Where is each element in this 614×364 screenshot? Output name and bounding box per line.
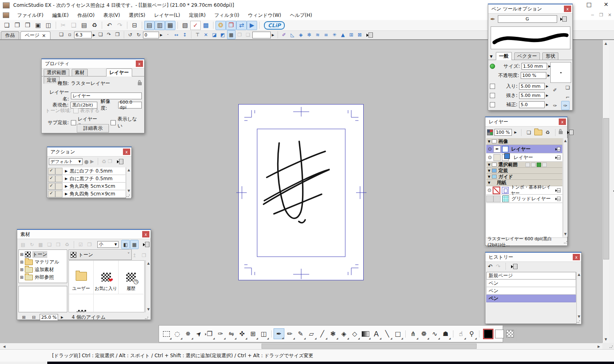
- action-close-button[interactable]: x: [123, 149, 130, 155]
- background-color-swatch[interactable]: [495, 330, 504, 338]
- vertical-scrollbar[interactable]: ▲ ▼: [602, 40, 609, 343]
- tone-area-checkbox[interactable]: [73, 108, 79, 113]
- corner-point-icon[interactable]: ⌐: [564, 93, 572, 102]
- move-tool[interactable]: ✜: [237, 328, 248, 339]
- material-new-folder-icon[interactable]: ❏: [45, 240, 54, 249]
- tree-item-extra[interactable]: ⊞ 追加素材: [19, 266, 67, 274]
- scroll-left-icon[interactable]: ◀: [1, 345, 7, 348]
- properties-close-button[interactable]: x: [136, 60, 143, 67]
- page-manager-button[interactable]: ▦: [165, 21, 175, 30]
- tab-collapse-icon[interactable]: ▼: [490, 54, 493, 58]
- material-item-user[interactable]: ユーザー: [69, 261, 94, 294]
- layer-menu-icon[interactable]: [556, 188, 561, 192]
- page-palette-button[interactable]: ▤: [144, 21, 155, 30]
- stroke-out-input[interactable]: [519, 92, 545, 99]
- history-item[interactable]: 新規ページ: [486, 272, 576, 280]
- action-row[interactable]: ▶角丸四角 5cm×9cm: [48, 190, 125, 198]
- expander-icon[interactable]: ⊞: [20, 260, 23, 264]
- visibility-eye-icon[interactable]: ⊙: [486, 155, 493, 160]
- print-button[interactable]: ⊟: [129, 21, 140, 30]
- lock-icon[interactable]: [138, 82, 142, 85]
- stamp-tool[interactable]: ☗: [440, 328, 451, 339]
- brush-tool[interactable]: ╱: [317, 328, 328, 339]
- action-row[interactable]: ▶白に黒フチ 0.5mm: [48, 175, 125, 183]
- scroll-up-icon[interactable]: ▲: [576, 273, 582, 276]
- dock-flyout-arrow-icon[interactable]: [610, 187, 614, 195]
- resize-grip[interactable]: [564, 240, 567, 244]
- history-item-selected[interactable]: ペン: [486, 295, 576, 302]
- aid-burst-icon[interactable]: ✳: [330, 30, 339, 39]
- record-icon[interactable]: ●: [84, 159, 89, 165]
- material-item-search[interactable]: ⚲ 検索結果: [69, 294, 94, 312]
- layer-opacity-input[interactable]: [494, 129, 512, 136]
- rotate-cw-icon[interactable]: ↻: [135, 30, 143, 39]
- zoom-tool[interactable]: ⚲: [466, 328, 477, 339]
- tab-vector[interactable]: ベクター: [514, 52, 540, 60]
- aid-flower-icon[interactable]: ✻: [305, 30, 314, 39]
- horizontal-scroll-thumb[interactable]: [262, 344, 477, 349]
- collapse-icon[interactable]: ▼: [488, 169, 490, 173]
- page-export-button[interactable]: ❐: [226, 21, 236, 30]
- expand-icon[interactable]: ▶: [65, 184, 68, 188]
- copy-button[interactable]: ❑: [68, 21, 79, 30]
- zoom-spinner[interactable]: ▶: [92, 32, 97, 38]
- action-panel-menu-icon[interactable]: [117, 159, 124, 164]
- section-guide[interactable]: ▼ ガイド: [486, 174, 562, 180]
- new-story-button[interactable]: ❐: [12, 21, 22, 30]
- opacity-input[interactable]: [521, 72, 546, 79]
- play-icon[interactable]: ▶: [90, 159, 94, 164]
- zoom-out-icon[interactable]: ⊟: [30, 313, 38, 322]
- layer-row-tombo[interactable]: ⊙ トンボ・基本枠レイヤー: [486, 186, 562, 195]
- editing-cell[interactable]: [493, 195, 501, 202]
- aid-mountain-icon[interactable]: ▲: [339, 30, 347, 39]
- selection-mini-icon[interactable]: [531, 163, 535, 167]
- folder-up-icon[interactable]: ↥: [130, 251, 139, 260]
- pen-options-close-button[interactable]: x: [564, 6, 571, 12]
- zoom-input[interactable]: [74, 32, 92, 38]
- visibility-eye-icon[interactable]: ⊙: [486, 187, 493, 193]
- eraser-tool[interactable]: ▱: [306, 328, 317, 339]
- page-stroke-icon[interactable]: ❏: [564, 83, 572, 92]
- new-page-button[interactable]: ❏: [2, 21, 12, 30]
- hand-tool[interactable]: ☝: [455, 328, 466, 339]
- expander-icon[interactable]: ⊞: [20, 267, 23, 272]
- lasso-select-tool[interactable]: ◌: [172, 328, 183, 339]
- subruler-layerize-checkbox[interactable]: [71, 120, 76, 125]
- material-delete-icon[interactable]: ♻: [63, 240, 71, 249]
- paste-button[interactable]: ▤: [79, 21, 89, 30]
- line-tool[interactable]: ╲: [382, 328, 393, 339]
- view-thumbnail-icon[interactable]: ▦: [130, 240, 139, 249]
- action-scrollbar[interactable]: ▲ ▼: [126, 167, 131, 198]
- stroke-dynamics-icon[interactable]: ✐: [551, 85, 559, 95]
- new-page-icon[interactable]: ❏: [97, 30, 105, 39]
- scroll-down-icon[interactable]: ▼: [145, 308, 151, 311]
- flip-horizontal-icon[interactable]: ↔: [172, 30, 181, 39]
- delete-layer-icon[interactable]: ♻: [544, 128, 552, 137]
- stroke-in-spinner[interactable]: ▶: [545, 83, 550, 90]
- delete-button[interactable]: ♻: [89, 21, 100, 30]
- page-turn-tool[interactable]: ⇋: [226, 328, 237, 339]
- page-mini-icon[interactable]: ▫: [66, 30, 74, 39]
- material-check-icon[interactable]: ☑: [76, 240, 85, 249]
- save-button[interactable]: ▣: [33, 21, 43, 30]
- fill-tool[interactable]: ◈: [338, 328, 349, 339]
- color-settings-button[interactable]: ▩: [201, 21, 211, 30]
- size-indicator-icon[interactable]: [490, 64, 495, 69]
- tab-material[interactable]: 素材: [72, 69, 88, 76]
- section-ruler[interactable]: ▼ 定規: [486, 168, 562, 174]
- menu-ruler[interactable]: 定規(R): [185, 12, 210, 19]
- size-input[interactable]: [521, 63, 547, 70]
- expand-icon[interactable]: ▶: [65, 192, 68, 196]
- layer-thumbnail[interactable]: [502, 154, 509, 161]
- correction-mode-a-icon[interactable]: ✑: [551, 101, 559, 110]
- tone-scraper-tool[interactable]: ❁: [419, 328, 429, 339]
- text-tool[interactable]: A: [371, 328, 382, 339]
- pen-tool[interactable]: ✒: [274, 328, 284, 339]
- rotate-ccw-icon[interactable]: ↺: [126, 30, 135, 39]
- layer-menu-icon[interactable]: [556, 147, 561, 151]
- frame-tool[interactable]: ⊞: [248, 328, 258, 339]
- cut-button[interactable]: ✂: [58, 21, 68, 30]
- selection-mini-icon-active[interactable]: [537, 163, 541, 167]
- reference-open-button[interactable]: ❂: [215, 21, 226, 30]
- action-row[interactable]: ▶黒に白フチ 0.5mm: [48, 167, 125, 175]
